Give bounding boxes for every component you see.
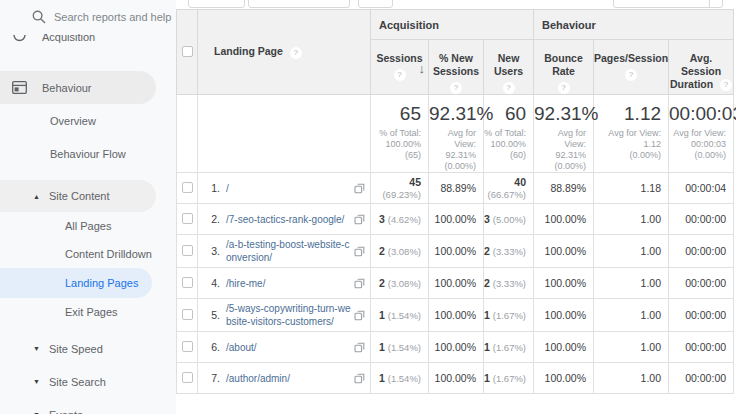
cell-avg-duration: 00:00:00 [669,363,734,394]
toolbar-control-cutoff-2[interactable] [248,0,350,8]
sidebar-item-label: Behaviour [42,82,92,94]
column-header-sessions[interactable]: Sessions ? ↓ [371,40,429,95]
row-checkbox[interactable] [182,213,193,224]
sidebar-item-behaviour-flow[interactable]: Behaviour Flow [0,137,176,170]
sessions-value: 1 [379,372,385,384]
cell-pages-session: 1.00 [594,363,669,394]
column-label: Duration [670,78,713,90]
sidebar-item-landing-pages[interactable]: Landing Pages [0,268,152,298]
column-header-bounce-rate[interactable]: Bounce Rate ? [534,40,594,95]
landing-page-link[interactable]: / [226,182,351,195]
sidebar-item-site-search[interactable]: ▼ Site Search [0,365,176,398]
cell-avg-duration: 00:00:04 [669,173,734,204]
sidebar-item-label: Site Speed [49,343,103,355]
row-checkbox[interactable] [182,372,193,383]
triangle-down-icon: ▼ [33,378,43,385]
triangle-down-icon: ▼ [33,345,43,352]
help-icon[interactable]: ? [290,47,302,59]
column-header-avg-duration[interactable]: Avg. Session Duration ? [669,40,734,95]
sidebar-nav: Acquisition Behaviour Overview Behaviour… [0,0,176,414]
sidebar-item-label: Overview [50,115,96,127]
help-icon[interactable]: ? [450,82,462,94]
toolbar-search-cutoff[interactable] [613,0,723,8]
column-header-new-users[interactable]: New Users ? [484,40,534,95]
sidebar-item-all-pages[interactable]: All Pages [0,212,176,240]
row-number: 5. [206,309,220,321]
row-checkbox[interactable] [182,277,193,288]
landing-page-link[interactable]: /hire-me/ [226,277,351,290]
open-page-icon[interactable] [354,246,365,257]
new-users-value: 40 [514,176,526,188]
row-checkbox[interactable] [182,309,193,320]
cell-avg-duration: 00:00:00 [669,235,734,268]
sessions-percent: (4.62%) [388,214,421,225]
column-header-new-sessions[interactable]: % New Sessions ? [429,40,484,95]
table-row: 1. / 45 (69.23%) 8 [177,173,734,204]
landing-page-link[interactable]: /7-seo-tactics-rank-google/ [226,213,351,226]
sidebar-item-site-speed[interactable]: ▼ Site Speed [0,332,176,365]
sidebar-item-events[interactable]: ▼ Events [0,398,176,414]
landing-page-link[interactable]: /5-ways-copywriting-turn-website-visitor… [226,302,351,328]
new-users-percent: (3.33%) [493,246,526,257]
help-icon[interactable]: ? [394,69,406,81]
sidebar-item-content-drilldown[interactable]: Content Drilldown [0,240,176,268]
sidebar-item-site-content[interactable]: ▲ Site Content [0,180,156,212]
open-page-icon[interactable] [354,342,365,353]
new-users-value: 1 [484,341,490,353]
open-page-icon[interactable] [354,278,365,289]
column-label: Avg. Session [681,52,721,77]
help-icon[interactable]: ? [503,82,515,94]
table-row: 5. /5-ways-copywriting-turn-website-visi… [177,299,734,332]
cell-sessions: 3 (4.62%) [371,204,429,235]
sessions-percent: (1.54%) [388,373,421,384]
open-page-icon[interactable] [354,310,365,321]
group-label: Behaviour [542,19,596,31]
cell-pages-session: 1.18 [594,173,669,204]
help-icon[interactable]: ? [558,82,570,94]
cell-new-users: 3 (5.00%) [484,204,534,235]
landing-page-link[interactable]: /about/ [226,341,351,354]
sessions-percent: (3.08%) [388,278,421,289]
sidebar-item-label: Events [49,409,83,414]
toolbar-control-cutoff-3[interactable] [358,0,393,8]
row-checkbox[interactable] [182,245,193,256]
open-page-icon[interactable] [354,373,365,384]
select-all-header-cell [177,10,198,95]
sidebar-item-behaviour[interactable]: Behaviour [0,71,156,104]
sidebar-item-exit-pages[interactable]: Exit Pages [0,298,176,326]
select-all-checkbox[interactable] [182,46,193,57]
new-users-percent: (1.67%) [493,342,526,353]
table-row: 7. /author/admin/ 1 (1.54%) [177,363,734,394]
new-users-value: 2 [484,245,490,257]
row-number: 7. [206,372,220,384]
landing-page-link[interactable]: /author/admin/ [226,372,351,385]
cell-bounce-rate: 100.00% [534,332,594,363]
triangle-up-icon: ▲ [33,193,43,200]
search-reports-bar[interactable]: Search reports and help [0,0,176,34]
cell-new-users: 2 (3.33%) [484,235,534,268]
cell-new-sessions: 100.00% [429,299,484,332]
cell-pages-session: 1.00 [594,204,669,235]
help-icon[interactable]: ? [625,69,637,81]
total-bounce-rate: 92.31% Avg for View: 92.31% (0.00%) [534,95,594,173]
cell-new-users: 1 (1.67%) [484,299,534,332]
landing-page-link[interactable]: /a-b-testing-boost-website-conversion/ [226,238,351,264]
column-header-landing-page[interactable]: Landing Page ? [198,10,371,95]
row-checkbox[interactable] [182,341,193,352]
open-page-icon[interactable] [354,183,365,194]
table-row: 3. /a-b-testing-boost-website-conversion… [177,235,734,268]
column-label: Landing Page [214,45,283,57]
cell-bounce-rate: 100.00% [534,268,594,299]
sidebar-item-label: Exit Pages [65,306,118,318]
sort-descending-icon[interactable]: ↓ [419,62,426,75]
sidebar-item-overview[interactable]: Overview [0,104,176,137]
toolbar-control-cutoff-1[interactable] [188,0,245,8]
new-users-percent: (1.67%) [493,373,526,384]
cell-pages-session: 1.00 [594,299,669,332]
column-header-pages-session[interactable]: Pages/Session ? [594,40,669,95]
help-icon[interactable]: ? [720,79,732,91]
sessions-value: 3 [379,213,385,225]
total-subtext: Avg for View: 00:00:03 (0.00%) [669,128,726,161]
open-page-icon[interactable] [354,214,365,225]
row-checkbox[interactable] [182,182,193,193]
